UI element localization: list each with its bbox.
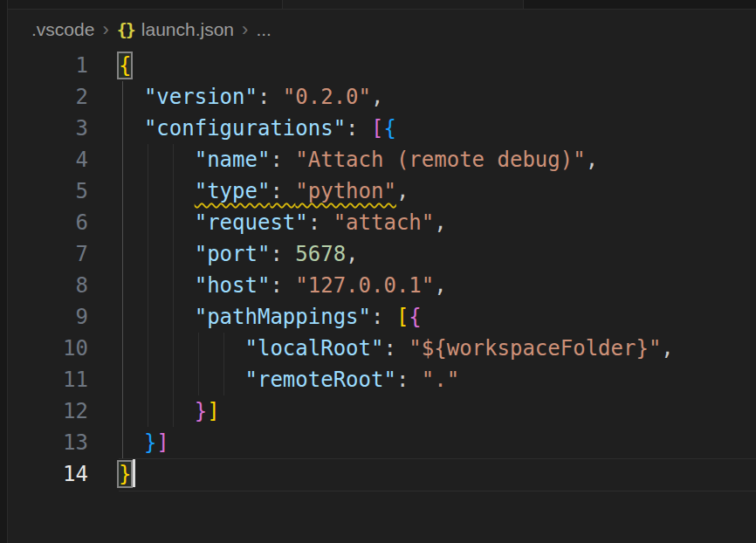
line-number[interactable]: 12 [8,395,88,427]
code-text: }] [119,395,220,427]
adjacent-panel-edge [0,0,8,543]
token: "attach" [333,210,435,235]
token: "." [422,368,459,392]
code-line-13[interactable]: 13 }] [8,427,756,458]
token: , [434,210,446,235]
token: [ [396,305,409,329]
token: , [661,336,673,361]
token: , [396,179,409,203]
token [119,399,195,423]
code-line-7[interactable]: 7 "port": 5678, [8,238,756,270]
line-number[interactable]: 11 [8,364,88,395]
token: "0.2.0" [283,85,371,109]
code-line-12[interactable]: 12 }] [8,395,756,427]
token: [ [371,116,383,141]
code-line-10[interactable]: 10 "localRoot": "${workspaceFolder}", [8,333,756,364]
token [119,116,144,141]
tab-bar-edge [8,0,756,10]
token: "${workspaceFolder}" [409,336,661,361]
text-cursor [133,459,135,487]
code-line-4[interactable]: 4 "name": "Attach (remote debug)", [8,144,756,175]
token: "configurations" [144,116,346,141]
token: , [434,273,446,298]
code-line-9[interactable]: 9 "pathMappings": [{ [8,301,756,333]
line-number[interactable]: 5 [8,175,88,207]
token: "127.0.0.1" [295,273,434,298]
token: "host" [195,273,271,298]
token: : [346,116,371,141]
token: : [371,305,396,329]
line-number[interactable]: 10 [8,333,88,364]
line-number[interactable]: 9 [8,301,88,333]
code-editor[interactable]: 1{2 "version": "0.2.0",3 "configurations… [8,50,756,490]
breadcrumb: .vscode › {} launch.json › ... [8,10,756,50]
code-text: "host": "127.0.0.1", [119,270,447,301]
code-text: "localRoot": "${workspaceFolder}", [119,333,674,364]
chevron-right-icon: › [94,18,116,41]
token: , [346,242,358,266]
token [119,305,195,329]
code-text: { [119,50,131,81]
line-number[interactable]: 6 [8,207,88,238]
token: : [258,85,283,109]
token: : [383,336,409,361]
token [119,179,195,203]
token: , [371,85,383,109]
breadcrumb-file[interactable]: launch.json [141,19,234,40]
token: : [270,148,295,172]
token: "localRoot" [245,336,384,361]
token: } [144,430,156,455]
token: : [308,210,333,235]
token: "remoteRoot" [245,368,396,392]
token: : [396,368,422,392]
token: ] [156,430,168,455]
code-text: "name": "Attach (remote debug)", [119,144,598,175]
line-number[interactable]: 3 [8,113,88,144]
breadcrumb-symbol-ellipsis[interactable]: ... [256,19,271,40]
line-number[interactable]: 14 [8,458,88,490]
token [119,430,144,455]
line-number[interactable]: 7 [8,238,88,270]
token [119,273,195,298]
token: "Attach (remote debug)" [295,148,585,172]
code-text: "type": "python", [119,175,409,207]
tab-edge-segment [8,0,282,9]
token: : [270,179,295,203]
breadcrumb-folder[interactable]: .vscode [31,19,94,40]
token: "name" [195,148,271,172]
code-line-5[interactable]: 5 "type": "python", [8,175,756,207]
code-line-11[interactable]: 11 "remoteRoot": "." [8,364,756,395]
code-text: }] [119,427,169,458]
token: "port" [195,242,271,266]
token: "python" [295,179,396,203]
json-braces-icon: {} [117,19,134,40]
code-line-3[interactable]: 3 "configurations": [{ [8,113,756,144]
token: "type" [195,179,271,203]
code-line-8[interactable]: 8 "host": "127.0.0.1", [8,270,756,301]
token [119,336,245,361]
line-number[interactable]: 2 [8,81,88,113]
code-text: } [119,458,135,490]
token: "pathMappings" [195,305,371,329]
code-text: "remoteRoot": "." [119,364,459,395]
line-number[interactable]: 4 [8,144,88,175]
token: 5678 [295,242,346,266]
code-line-6[interactable]: 6 "request": "attach", [8,207,756,238]
matched-bracket: { [119,53,131,78]
token: ] [207,399,219,423]
line-number[interactable]: 8 [8,270,88,301]
line-number[interactable]: 13 [8,427,88,458]
token [119,368,245,392]
code-line-14[interactable]: 14} [8,458,756,490]
token [119,85,144,109]
token: : [270,273,295,298]
token: , [586,148,598,172]
matched-bracket: } [119,462,131,486]
token [119,210,195,235]
line-number[interactable]: 1 [8,50,88,81]
code-text: "pathMappings": [{ [119,301,422,333]
code-line-2[interactable]: 2 "version": "0.2.0", [8,81,756,113]
code-line-1[interactable]: 1{ [8,50,756,81]
token: "request" [195,210,308,235]
code-text: "request": "attach", [119,207,447,238]
